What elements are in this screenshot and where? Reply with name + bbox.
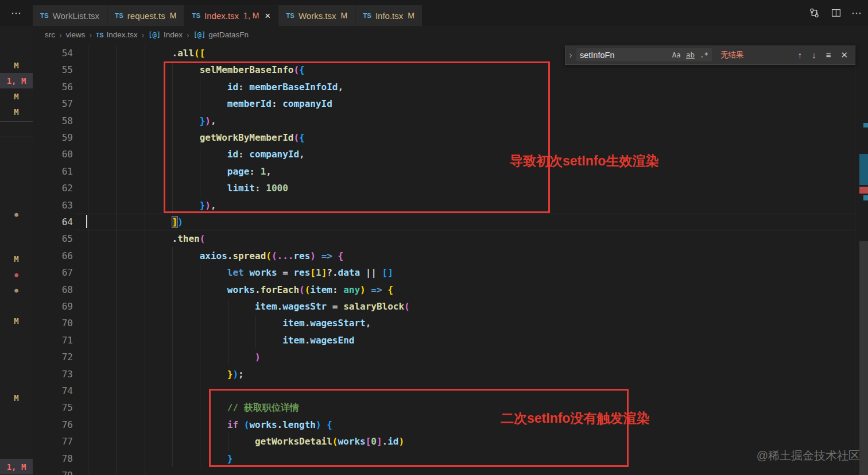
line-number: 73 [33, 366, 73, 383]
line-number: 74 [33, 383, 73, 400]
line-number: 68 [33, 281, 73, 299]
scrollbar-slider[interactable] [859, 241, 868, 475]
breadcrumb-item-src[interactable]: src [45, 30, 55, 39]
ruler-mark [859, 187, 868, 194]
ruler-mark [859, 154, 868, 185]
breadcrumb-item-Index.tsx[interactable]: TSIndex.tsx [96, 30, 137, 39]
find-query-text[interactable]: setInfoFn [580, 51, 667, 60]
code-line-70[interactable]: item.wagesStart, [89, 315, 371, 332]
annotation-box-1 [164, 61, 550, 213]
indent-guide [145, 45, 145, 475]
ts-file-icon: TS [40, 12, 49, 19]
line-number: 55 [33, 61, 73, 79]
git-status-dot[interactable]: ● [0, 283, 33, 298]
git-status-badge[interactable]: M [0, 390, 33, 406]
line-number: 54 [33, 45, 73, 62]
tab-Info.tsx[interactable]: TSInfo.tsxM [355, 5, 422, 26]
code-line-65[interactable]: .then( [89, 230, 205, 248]
indent-guide [200, 264, 200, 467]
breadcrumb-separator: › [89, 30, 92, 40]
tab-status-badge: M [341, 11, 348, 20]
code-line-68[interactable]: works.forEach((item: any) => { [89, 281, 393, 299]
breadcrumb-item-Index[interactable]: [@]Index [148, 30, 183, 39]
git-status-dot[interactable]: ● [0, 267, 33, 283]
git-status-badge[interactable]: M [0, 104, 33, 119]
tab-label: request.ts [127, 11, 165, 21]
git-status-badge[interactable]: M [0, 313, 33, 329]
indent-guide [255, 315, 256, 349]
section-divider [0, 121, 33, 122]
line-number: 69 [33, 298, 73, 315]
tab-status-badge: M [170, 11, 177, 20]
code-line-72[interactable]: ) [89, 349, 261, 366]
git-status-badge[interactable]: M [0, 251, 33, 267]
find-in-selection-icon[interactable]: ≡ [826, 50, 831, 60]
indent-guide [172, 247, 173, 467]
line-number: 64 [33, 214, 73, 231]
annotation-label-2: 二次setInfo没有触发渲染 [501, 410, 649, 427]
tab-Works.tsx[interactable]: TSWorks.tsxM [278, 5, 355, 26]
breadcrumb: src›views›TSIndex.tsx›[@]Index›[@]getDat… [33, 26, 868, 44]
line-number: 70 [33, 315, 73, 332]
whole-word-icon[interactable]: ab [686, 51, 695, 59]
find-results-label: 无结果 [720, 50, 744, 60]
watermark: @稀土掘金技术社区 [757, 448, 860, 464]
line-number: 71 [33, 332, 73, 349]
code-line-66[interactable]: axios.spread((...res) => { [89, 248, 343, 265]
git-status-badge[interactable]: 1, M [0, 459, 33, 474]
section-divider [0, 137, 33, 137]
toggle-replace-chevron[interactable]: › [565, 50, 576, 60]
annotation-box-2 [209, 389, 629, 467]
code-line-71[interactable]: item.wagesEnd [89, 332, 354, 349]
git-status-badge[interactable]: M [0, 88, 33, 104]
code-line-54[interactable]: .all([ [89, 45, 205, 62]
git-status-dot[interactable]: ● [0, 207, 33, 222]
git-status-badge[interactable]: M [0, 57, 33, 73]
tab-label: Index.tsx [204, 11, 239, 21]
explorer-edge-strip: M1, MMM●M●●MM1, M [0, 26, 33, 475]
close-find-icon[interactable]: ✕ [840, 50, 848, 60]
regex-icon[interactable]: .* [700, 51, 708, 59]
tabs-container: TSWorkList.tsxTSrequest.tsMTSIndex.tsx1,… [33, 5, 423, 26]
line-number: 72 [33, 349, 73, 366]
close-tab-icon[interactable]: × [265, 11, 270, 21]
tab-request.ts[interactable]: TSrequest.tsM [107, 5, 184, 26]
breadcrumb-separator: › [142, 30, 145, 40]
ts-file-icon: TS [192, 12, 200, 19]
git-status-badge[interactable]: 1, M [0, 73, 33, 88]
ts-file-icon: TS [363, 12, 371, 19]
split-editor-icon[interactable] [830, 7, 842, 20]
line-number: 57 [33, 95, 73, 113]
line-number: 61 [33, 163, 73, 180]
compare-changes-icon[interactable] [808, 7, 820, 20]
annotation-label-1: 导致初次setInfo生效渲染 [510, 152, 658, 170]
find-widget: › setInfoFn Aa ab .* 无结果 ↑ ↓ ≡ ✕ [565, 45, 855, 65]
line-number: 59 [33, 129, 73, 146]
breadcrumb-separator: › [59, 30, 62, 40]
editor-tab-bar: ⋯ TSWorkList.tsxTSrequest.tsMTSIndex.tsx… [0, 0, 868, 26]
tab-overflow-icon[interactable]: ⋯ [0, 0, 33, 26]
line-number: 67 [33, 264, 73, 281]
more-actions-icon[interactable]: ⋯ [851, 7, 862, 20]
tab-WorkList.tsx[interactable]: TSWorkList.tsx [33, 5, 107, 26]
symbol-icon: [@] [148, 31, 161, 39]
breadcrumb-item-views[interactable]: views [66, 30, 86, 39]
breadcrumb-separator: › [187, 30, 189, 40]
code-line-73[interactable]: }); [89, 366, 244, 383]
tab-Index.tsx[interactable]: TSIndex.tsx1, M× [184, 5, 278, 26]
breadcrumb-item-getDatasFn[interactable]: [@]getDatasFn [193, 30, 249, 39]
ts-file-icon: TS [96, 32, 103, 38]
line-number: 75 [33, 399, 73, 416]
code-line-69[interactable]: item.wagesStr = salaryBlock( [89, 298, 410, 315]
tab-status-badge: 1, M [243, 11, 259, 20]
find-previous-button[interactable]: ↑ [798, 50, 803, 60]
vscode-window: ⋯ TSWorkList.tsxTSrequest.tsMTSIndex.tsx… [0, 0, 868, 475]
match-case-icon[interactable]: Aa [672, 51, 681, 59]
find-next-button[interactable]: ↓ [812, 50, 816, 60]
code-line-67[interactable]: let works = res[1]?.data || [] [89, 264, 393, 281]
line-number: 79 [33, 467, 73, 475]
tab-label: Info.tsx [375, 11, 403, 21]
find-input[interactable]: setInfoFn Aa ab .* [576, 48, 712, 62]
ruler-mark [863, 123, 868, 128]
tab-status-badge: M [408, 11, 414, 20]
